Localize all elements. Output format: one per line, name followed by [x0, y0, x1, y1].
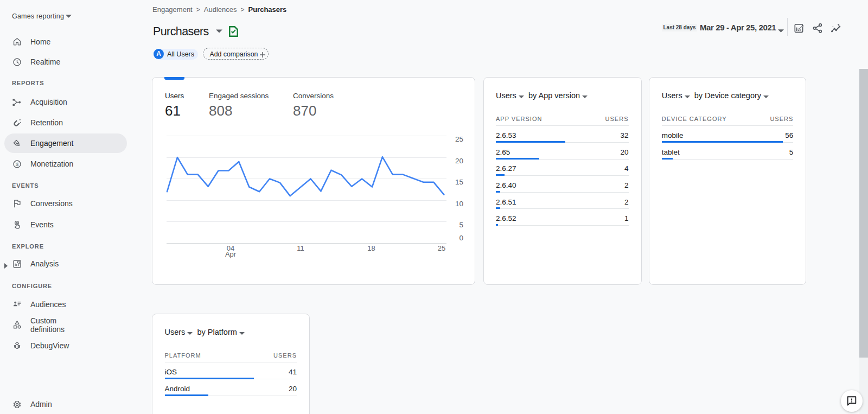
svg-text:25: 25 — [455, 135, 463, 143]
svg-text:20: 20 — [455, 156, 463, 164]
svg-text:25: 25 — [438, 244, 445, 252]
svg-text:$: $ — [16, 162, 18, 167]
svg-text:15: 15 — [455, 178, 463, 186]
svg-text:11: 11 — [297, 244, 304, 252]
svg-text:18: 18 — [367, 244, 375, 252]
svg-text:Apr: Apr — [225, 250, 237, 258]
svg-text:5: 5 — [459, 221, 463, 229]
svg-text:10: 10 — [455, 199, 463, 207]
svg-text:0: 0 — [459, 234, 463, 242]
